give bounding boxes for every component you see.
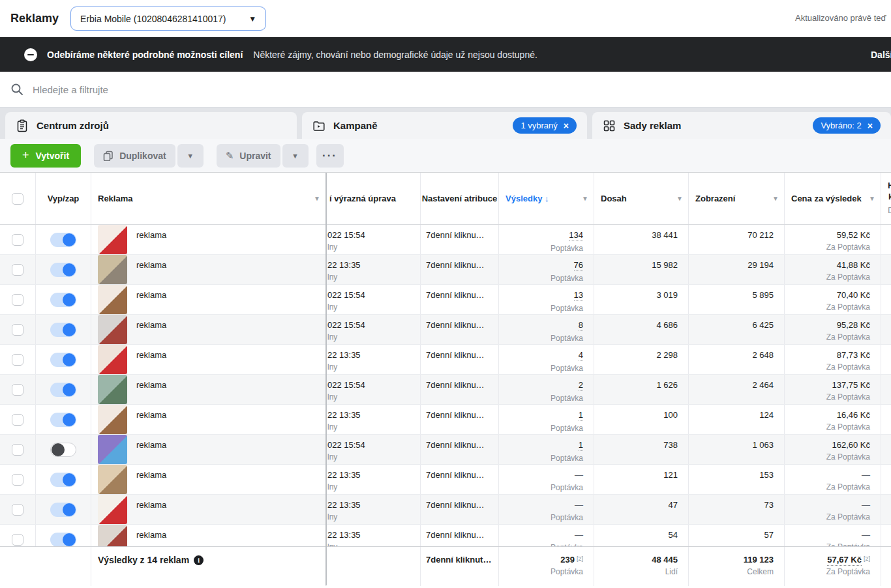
select-all-checkbox[interactable]: [12, 193, 23, 205]
row-checkbox[interactable]: [12, 444, 23, 456]
ads-manager-page: Reklamy Erbia Mobile (10208046281410017)…: [0, 0, 891, 588]
account-selector[interactable]: Erbia Mobile (10208046281410017) ▼: [70, 7, 266, 31]
edit-button[interactable]: ✎ Upravit: [217, 144, 280, 168]
create-button[interactable]: + Vytvořit: [10, 144, 81, 168]
tab-campaigns[interactable]: Kampaně 1 vybraný ×: [302, 112, 587, 139]
toggle-knob: [63, 413, 76, 426]
tab-label: Sady reklam: [624, 120, 681, 131]
ad-name-link[interactable]: reklama: [136, 350, 166, 360]
more-actions-button[interactable]: ···: [316, 144, 344, 168]
ad-name-link[interactable]: reklama: [136, 380, 166, 390]
ad-name-link[interactable]: reklama: [136, 440, 166, 450]
row-checkbox[interactable]: [12, 234, 23, 246]
ad-name-link[interactable]: reklama: [136, 320, 166, 330]
ad-toggle[interactable]: [50, 413, 76, 427]
cost-value: —: [785, 470, 870, 480]
table-row: reklama 22 13:35 lny 7denní kliknu… 76 P…: [0, 255, 891, 285]
results-value: —: [575, 470, 583, 480]
edit-dropdown-button[interactable]: ▼: [282, 144, 309, 168]
row-checkbox[interactable]: [12, 504, 23, 516]
close-icon[interactable]: ×: [564, 121, 569, 130]
ad-name-link[interactable]: reklama: [136, 230, 166, 240]
ad-toggle[interactable]: [50, 473, 76, 487]
selected-count-badge: 1 vybraný ×: [513, 117, 577, 134]
reach-value: 54: [669, 530, 678, 540]
ad-name-link[interactable]: reklama: [136, 530, 166, 540]
ad-name-link[interactable]: reklama: [136, 260, 166, 270]
row-checkbox[interactable]: [12, 294, 23, 306]
toggle-knob: [63, 233, 76, 246]
ad-toggle[interactable]: [50, 263, 76, 277]
ad-toggle[interactable]: [50, 503, 76, 517]
ad-toggle[interactable]: [50, 443, 76, 457]
footer-results: 239[2] Poptávka: [499, 547, 594, 586]
impressions-value: 2 648: [752, 350, 774, 360]
clipboard-icon: [16, 119, 29, 132]
info-icon[interactable]: i: [194, 555, 204, 565]
last-edit-value: 022 15:54: [327, 290, 420, 300]
minus-circle-icon: [24, 48, 37, 61]
last-edit-value: 22 13:35: [327, 530, 420, 540]
chevron-down-icon: ▼: [187, 152, 194, 160]
results-subtext: Poptávka: [499, 304, 583, 313]
cost-subtext: Za Poptávka: [785, 362, 870, 372]
row-checkbox[interactable]: [12, 324, 23, 336]
search-bar: [0, 72, 891, 108]
ad-name-link[interactable]: reklama: [136, 290, 166, 300]
results-subtext: Poptávka: [499, 244, 583, 253]
search-input[interactable]: [33, 84, 881, 95]
ad-name-link[interactable]: reklama: [136, 470, 166, 480]
footer-reach: 48 445 Lidí: [594, 547, 689, 586]
row-checkbox[interactable]: [12, 264, 23, 276]
ad-toggle[interactable]: [50, 353, 76, 367]
more-icon: ···: [322, 149, 337, 162]
table-row: reklama 22 13:35 lny 7denní kliknu… 4 Po…: [0, 345, 891, 375]
banner-more-link[interactable]: Další informace: [871, 50, 891, 60]
ad-toggle[interactable]: [50, 233, 76, 247]
attribution-value: 7denní kliknu…: [426, 410, 485, 420]
tab-ad-sets[interactable]: Sady reklam Vybráno: 2 ×: [592, 112, 891, 139]
table-footer: Výsledky z 14 reklam i 7denní kliknut… 2…: [0, 546, 891, 586]
row-checkbox[interactable]: [12, 384, 23, 396]
search-icon: [10, 83, 23, 96]
column-header-results[interactable]: Výsledky ↓ ▼: [499, 173, 594, 224]
ad-name-link[interactable]: reklama: [136, 500, 166, 510]
column-header-last-edit: í výrazná úprava: [326, 173, 421, 224]
column-header-name[interactable]: Reklama ▼: [91, 173, 326, 224]
footer-summary: Výsledky z 14 reklam: [98, 555, 189, 565]
results-value: 2: [579, 380, 583, 391]
ad-toggle[interactable]: [50, 533, 76, 547]
results-value: —: [575, 530, 583, 540]
ad-name-link[interactable]: reklama: [136, 410, 166, 420]
ad-toggle[interactable]: [50, 383, 76, 397]
results-value: 4: [579, 350, 583, 361]
row-checkbox[interactable]: [12, 354, 23, 366]
column-header-impressions[interactable]: Zobrazení ▼: [689, 173, 785, 224]
close-icon[interactable]: ×: [868, 121, 873, 130]
column-header-cost[interactable]: Cena za výsledek ▼: [785, 173, 881, 224]
attribution-value: 7denní kliknu…: [426, 290, 485, 300]
row-checkbox[interactable]: [12, 474, 23, 486]
table-row: reklama 022 15:54 lny 7denní kliknu… 2 P…: [0, 375, 891, 405]
duplicate-dropdown-button[interactable]: ▼: [177, 144, 204, 168]
row-checkbox[interactable]: [12, 414, 23, 426]
toggle-knob: [63, 263, 76, 276]
duplicate-button[interactable]: Duplikovat: [94, 144, 175, 168]
sort-caret-icon: ▼: [676, 195, 683, 202]
results-value: 76: [574, 260, 583, 271]
last-edit-value: 022 15:54: [327, 230, 420, 240]
results-subtext: Poptávka: [499, 424, 583, 433]
ad-toggle[interactable]: [50, 323, 76, 337]
tab-resource-center[interactable]: Centrum zdrojů: [5, 112, 297, 139]
reach-value: 47: [669, 500, 678, 510]
results-subtext: Poptávka: [499, 513, 583, 522]
last-edit-subtext: lny: [327, 392, 420, 402]
ad-thumbnail: [98, 435, 127, 464]
sort-caret-icon: ▼: [582, 195, 588, 202]
toggle-knob: [63, 323, 76, 336]
row-checkbox[interactable]: [12, 534, 23, 546]
column-header-reach[interactable]: Dosah ▼: [594, 173, 689, 224]
table-row: reklama 22 13:35 lny 7denní kliknu… — Po…: [0, 465, 891, 495]
ad-toggle[interactable]: [50, 293, 76, 307]
toolbar: + Vytvořit Duplikovat ▼ ✎ Upravit ▼ ···: [0, 139, 891, 172]
